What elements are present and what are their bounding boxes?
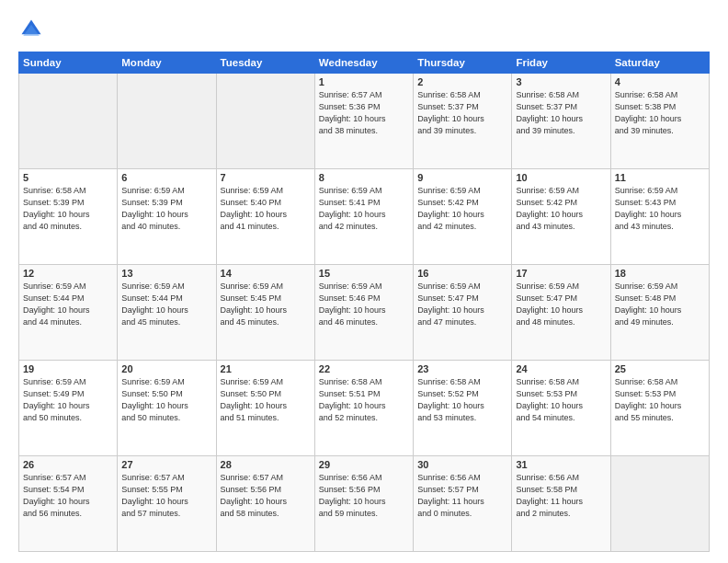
day-number: 22 — [319, 363, 409, 374]
cell-info: Sunrise: 6:58 AM Sunset: 5:37 PM Dayligh… — [417, 89, 507, 137]
logo-icon — [18, 17, 44, 42]
cell-info: Sunrise: 6:59 AM Sunset: 5:46 PM Dayligh… — [319, 281, 409, 328]
calendar-cell: 3Sunrise: 6:58 AM Sunset: 5:37 PM Daylig… — [512, 74, 610, 169]
calendar-cell: 29Sunrise: 6:56 AM Sunset: 5:56 PM Dayli… — [314, 456, 413, 552]
day-number: 16 — [417, 268, 507, 279]
day-number: 19 — [23, 363, 113, 374]
calendar-cell: 25Sunrise: 6:58 AM Sunset: 5:53 PM Dayli… — [610, 361, 709, 456]
day-number: 21 — [221, 363, 311, 374]
cell-info: Sunrise: 6:59 AM Sunset: 5:42 PM Dayligh… — [417, 185, 507, 233]
calendar-header-saturday: Saturday — [610, 52, 709, 74]
calendar-cell — [216, 74, 314, 169]
calendar-header-row: SundayMondayTuesdayWednesdayThursdayFrid… — [19, 52, 710, 74]
cell-info: Sunrise: 6:59 AM Sunset: 5:45 PM Dayligh… — [221, 281, 311, 328]
calendar-page: SundayMondayTuesdayWednesdayThursdayFrid… — [0, 0, 728, 563]
cell-info: Sunrise: 6:57 AM Sunset: 5:54 PM Dayligh… — [23, 472, 113, 520]
cell-info: Sunrise: 6:59 AM Sunset: 5:44 PM Dayligh… — [121, 281, 211, 328]
calendar-cell: 2Sunrise: 6:58 AM Sunset: 5:37 PM Daylig… — [414, 74, 512, 169]
calendar-cell: 10Sunrise: 6:59 AM Sunset: 5:42 PM Dayli… — [512, 169, 610, 265]
calendar-cell: 24Sunrise: 6:58 AM Sunset: 5:53 PM Dayli… — [512, 361, 610, 456]
calendar-week-row: 19Sunrise: 6:59 AM Sunset: 5:49 PM Dayli… — [19, 361, 710, 456]
calendar-cell: 11Sunrise: 6:59 AM Sunset: 5:43 PM Dayli… — [610, 169, 709, 265]
logo — [18, 17, 48, 42]
calendar-cell: 27Sunrise: 6:57 AM Sunset: 5:55 PM Dayli… — [118, 456, 216, 552]
calendar-cell: 12Sunrise: 6:59 AM Sunset: 5:44 PM Dayli… — [19, 265, 118, 361]
day-number: 31 — [516, 459, 606, 470]
day-number: 20 — [121, 363, 211, 374]
day-number: 8 — [319, 172, 409, 183]
calendar-week-row: 1Sunrise: 6:57 AM Sunset: 5:36 PM Daylig… — [19, 74, 710, 169]
day-number: 25 — [615, 363, 705, 374]
cell-info: Sunrise: 6:59 AM Sunset: 5:43 PM Dayligh… — [615, 185, 705, 233]
day-number: 15 — [319, 268, 409, 279]
calendar-cell: 14Sunrise: 6:59 AM Sunset: 5:45 PM Dayli… — [216, 265, 314, 361]
calendar-cell: 18Sunrise: 6:59 AM Sunset: 5:48 PM Dayli… — [610, 265, 709, 361]
calendar-header-thursday: Thursday — [414, 52, 512, 74]
cell-info: Sunrise: 6:58 AM Sunset: 5:39 PM Dayligh… — [23, 185, 113, 233]
calendar-cell: 9Sunrise: 6:59 AM Sunset: 5:42 PM Daylig… — [414, 169, 512, 265]
day-number: 24 — [516, 363, 606, 374]
calendar-cell: 13Sunrise: 6:59 AM Sunset: 5:44 PM Dayli… — [118, 265, 216, 361]
cell-info: Sunrise: 6:58 AM Sunset: 5:53 PM Dayligh… — [516, 376, 606, 424]
day-number: 27 — [121, 459, 211, 470]
day-number: 18 — [615, 268, 705, 279]
header — [18, 17, 710, 42]
calendar-cell: 19Sunrise: 6:59 AM Sunset: 5:49 PM Dayli… — [19, 361, 118, 456]
calendar-cell: 31Sunrise: 6:56 AM Sunset: 5:58 PM Dayli… — [512, 456, 610, 552]
cell-info: Sunrise: 6:56 AM Sunset: 5:56 PM Dayligh… — [319, 472, 409, 520]
calendar-header-sunday: Sunday — [19, 52, 118, 74]
cell-info: Sunrise: 6:57 AM Sunset: 5:55 PM Dayligh… — [121, 472, 211, 520]
calendar-cell: 26Sunrise: 6:57 AM Sunset: 5:54 PM Dayli… — [19, 456, 118, 552]
cell-info: Sunrise: 6:59 AM Sunset: 5:48 PM Dayligh… — [615, 281, 705, 328]
day-number: 10 — [516, 172, 606, 183]
cell-info: Sunrise: 6:59 AM Sunset: 5:50 PM Dayligh… — [121, 376, 211, 424]
calendar-header-friday: Friday — [512, 52, 610, 74]
calendar-cell: 7Sunrise: 6:59 AM Sunset: 5:40 PM Daylig… — [216, 169, 314, 265]
day-number: 5 — [23, 172, 113, 183]
calendar-cell: 17Sunrise: 6:59 AM Sunset: 5:47 PM Dayli… — [512, 265, 610, 361]
cell-info: Sunrise: 6:58 AM Sunset: 5:53 PM Dayligh… — [615, 376, 705, 424]
day-number: 3 — [516, 76, 606, 87]
day-number: 2 — [417, 76, 507, 87]
cell-info: Sunrise: 6:57 AM Sunset: 5:36 PM Dayligh… — [319, 89, 409, 137]
calendar-cell: 4Sunrise: 6:58 AM Sunset: 5:38 PM Daylig… — [610, 74, 709, 169]
cell-info: Sunrise: 6:57 AM Sunset: 5:56 PM Dayligh… — [221, 472, 311, 520]
calendar-cell: 20Sunrise: 6:59 AM Sunset: 5:50 PM Dayli… — [118, 361, 216, 456]
calendar-header-monday: Monday — [118, 52, 216, 74]
cell-info: Sunrise: 6:58 AM Sunset: 5:51 PM Dayligh… — [319, 376, 409, 424]
cell-info: Sunrise: 6:56 AM Sunset: 5:58 PM Dayligh… — [516, 472, 606, 520]
calendar-cell: 1Sunrise: 6:57 AM Sunset: 5:36 PM Daylig… — [314, 74, 413, 169]
calendar-header-tuesday: Tuesday — [216, 52, 314, 74]
calendar-cell — [19, 74, 118, 169]
calendar-header-wednesday: Wednesday — [314, 52, 413, 74]
calendar-cell: 5Sunrise: 6:58 AM Sunset: 5:39 PM Daylig… — [19, 169, 118, 265]
calendar-week-row: 26Sunrise: 6:57 AM Sunset: 5:54 PM Dayli… — [19, 456, 710, 552]
day-number: 1 — [319, 76, 409, 87]
calendar-cell — [610, 456, 709, 552]
cell-info: Sunrise: 6:59 AM Sunset: 5:49 PM Dayligh… — [23, 376, 113, 424]
calendar-cell: 6Sunrise: 6:59 AM Sunset: 5:39 PM Daylig… — [118, 169, 216, 265]
day-number: 28 — [221, 459, 311, 470]
cell-info: Sunrise: 6:58 AM Sunset: 5:38 PM Dayligh… — [615, 89, 705, 137]
cell-info: Sunrise: 6:58 AM Sunset: 5:37 PM Dayligh… — [516, 89, 606, 137]
day-number: 30 — [417, 459, 507, 470]
day-number: 17 — [516, 268, 606, 279]
day-number: 26 — [23, 459, 113, 470]
calendar-cell: 22Sunrise: 6:58 AM Sunset: 5:51 PM Dayli… — [314, 361, 413, 456]
day-number: 7 — [221, 172, 311, 183]
cell-info: Sunrise: 6:59 AM Sunset: 5:44 PM Dayligh… — [23, 281, 113, 328]
day-number: 4 — [615, 76, 705, 87]
cell-info: Sunrise: 6:59 AM Sunset: 5:42 PM Dayligh… — [516, 185, 606, 233]
calendar-table: SundayMondayTuesdayWednesdayThursdayFrid… — [18, 52, 710, 552]
cell-info: Sunrise: 6:59 AM Sunset: 5:47 PM Dayligh… — [516, 281, 606, 328]
calendar-week-row: 5Sunrise: 6:58 AM Sunset: 5:39 PM Daylig… — [19, 169, 710, 265]
calendar-cell: 15Sunrise: 6:59 AM Sunset: 5:46 PM Dayli… — [314, 265, 413, 361]
day-number: 14 — [221, 268, 311, 279]
calendar-cell: 28Sunrise: 6:57 AM Sunset: 5:56 PM Dayli… — [216, 456, 314, 552]
cell-info: Sunrise: 6:59 AM Sunset: 5:50 PM Dayligh… — [221, 376, 311, 424]
day-number: 6 — [121, 172, 211, 183]
day-number: 11 — [615, 172, 705, 183]
cell-info: Sunrise: 6:58 AM Sunset: 5:52 PM Dayligh… — [417, 376, 507, 424]
day-number: 9 — [417, 172, 507, 183]
calendar-cell — [118, 74, 216, 169]
